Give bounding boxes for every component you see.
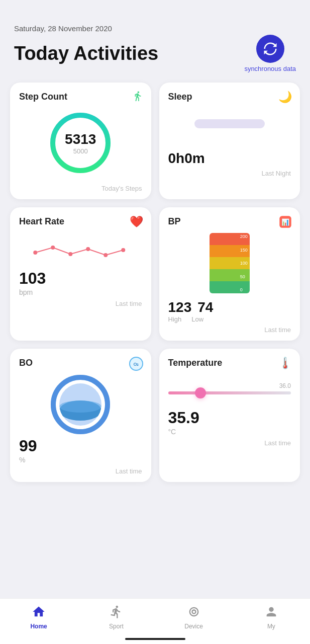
step-center-text: 5313 5000	[65, 131, 96, 155]
sleep-card[interactable]: Sleep 🌙 0h0m Last Night	[159, 83, 300, 199]
svg-point-3	[51, 246, 55, 250]
bp-values: 123 74	[168, 299, 291, 315]
step-count-goal: 5000	[65, 147, 96, 155]
sleep-icon: 🌙	[278, 91, 292, 104]
temperature-title: Temperature	[168, 358, 291, 368]
temperature-footer: Last time	[168, 439, 291, 447]
thermometer-icon: 🌡️	[278, 357, 292, 370]
bo-circle-area	[19, 374, 142, 435]
bo-footer: Last time	[19, 467, 142, 475]
sync-label: synchronous data	[244, 65, 296, 72]
heart-rate-value: 103	[19, 269, 46, 287]
heart-rate-values: 103 bpm	[19, 269, 142, 297]
nav-label-sport: Sport	[109, 623, 124, 630]
nav-item-sport[interactable]: Sport	[77, 605, 155, 630]
page-title: Today Activities	[14, 43, 158, 64]
heart-rate-title: Heart Rate	[19, 216, 142, 227]
header: Saturday, 28 November 2020 Today Activit…	[0, 0, 310, 78]
step-count-card[interactable]: Step Count 5313 5000	[10, 83, 151, 199]
bo-icon: O₂	[129, 357, 143, 374]
step-footer: Today's Steps	[19, 185, 142, 192]
heart-rate-unit: bpm	[19, 288, 33, 296]
nav-item-my[interactable]: My	[233, 605, 310, 630]
heart-icon: ❤️	[130, 215, 143, 228]
bp-high-label: High	[168, 315, 182, 323]
temp-track	[168, 391, 291, 394]
sleep-footer: Last Night	[168, 170, 291, 177]
sync-button[interactable]	[256, 35, 284, 63]
svg-point-7	[121, 248, 125, 252]
bp-card[interactable]: BP 📊 200 150 100 50	[159, 207, 300, 341]
svg-point-5	[86, 247, 90, 251]
nav-item-device[interactable]: Device	[155, 605, 233, 630]
sleep-bar	[194, 119, 265, 128]
home-icon	[32, 605, 46, 621]
heart-rate-card[interactable]: Heart Rate ❤️ 103 bpm Last time	[10, 207, 151, 341]
my-icon	[264, 605, 278, 621]
svg-point-4	[68, 252, 72, 256]
nav-item-home[interactable]: Home	[0, 605, 77, 630]
sleep-title: Sleep	[168, 92, 291, 102]
step-icon	[132, 91, 143, 104]
bp-title: BP	[168, 216, 291, 227]
sleep-value: 0h0m	[168, 150, 291, 167]
step-circle: 5313 5000	[48, 110, 113, 176]
temp-slider-area: 36.0	[168, 382, 291, 394]
bp-chart-area: 200 150 100 50 0	[168, 233, 291, 293]
bo-values: 99 %	[19, 437, 142, 464]
sport-icon	[109, 605, 123, 621]
nav-label-device: Device	[184, 623, 203, 630]
cards-grid: Step Count 5313 5000	[0, 78, 310, 490]
temp-thumb	[195, 387, 206, 398]
temperature-unit: °C	[168, 428, 176, 436]
heart-rate-footer: Last time	[19, 300, 142, 307]
bp-icon: 📊	[279, 215, 292, 231]
nav-label-home: Home	[30, 623, 47, 630]
bp-low-value: 74	[197, 299, 213, 315]
bp-high-value: 123	[168, 299, 192, 315]
temperature-value: 35.9	[168, 409, 199, 427]
bo-value: 99	[19, 437, 37, 455]
heart-chart	[19, 235, 142, 265]
svg-point-2	[33, 251, 37, 255]
step-count-title: Step Count	[19, 92, 67, 102]
temp-marker-label: 36.0	[168, 382, 291, 389]
bp-low-label: Low	[191, 315, 203, 323]
nav-label-my: My	[267, 623, 275, 630]
step-circle-container: 5313 5000	[19, 110, 142, 176]
temperature-values: 35.9 °C	[168, 409, 291, 436]
bo-title: BO	[19, 358, 142, 368]
sync-area[interactable]: synchronous data	[244, 35, 296, 72]
bp-labels: High Low	[168, 315, 291, 323]
svg-text:📊: 📊	[281, 218, 290, 226]
temperature-card[interactable]: Temperature 🌡️ 36.0 35.9 °C Last time	[159, 349, 300, 482]
home-indicator	[125, 638, 185, 640]
svg-point-6	[104, 253, 108, 257]
device-icon	[187, 605, 201, 621]
step-count-value: 5313	[65, 131, 96, 147]
bottom-nav: Home Sport Device My	[0, 598, 310, 644]
sleep-bar-area	[168, 119, 291, 128]
bo-card[interactable]: BO O₂ 99 %	[10, 349, 151, 482]
svg-point-17	[59, 400, 101, 413]
bo-unit: %	[19, 456, 25, 464]
svg-text:O₂: O₂	[133, 362, 139, 367]
date-text: Saturday, 28 November 2020	[14, 24, 296, 33]
bp-footer: Last time	[168, 326, 291, 334]
